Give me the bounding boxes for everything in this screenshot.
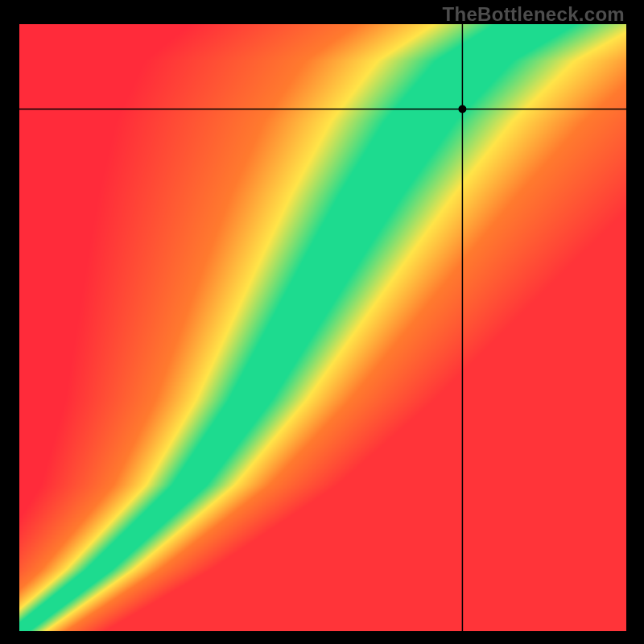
overlay-layer xyxy=(19,24,626,631)
watermark-label: TheBottleneck.com xyxy=(443,3,625,26)
marker-point xyxy=(458,105,466,114)
